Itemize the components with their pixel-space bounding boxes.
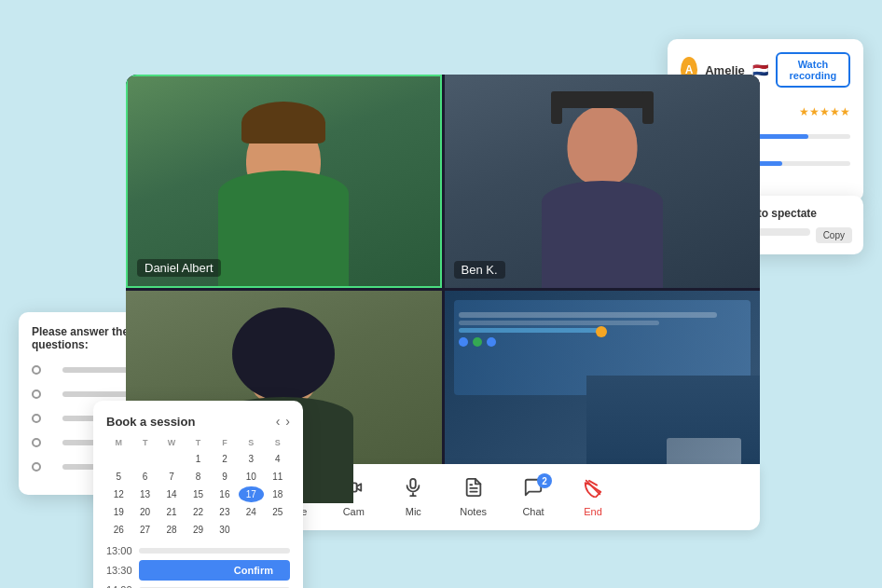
chat-button-wrapper: Chat 2	[505, 470, 561, 525]
shirt-ben	[542, 181, 663, 287]
screen-bar-2	[459, 321, 660, 325]
video-label-ben: Ben K.	[454, 261, 505, 279]
cal-day-5[interactable]: 5	[106, 469, 131, 485]
radio-5[interactable]	[32, 462, 41, 472]
cal-day-18[interactable]: 18	[266, 486, 290, 502]
confirm-button[interactable]: Confirm	[223, 560, 284, 581]
cal-empty-1	[106, 451, 131, 467]
time-label-1300: 13:00	[106, 545, 139, 556]
screen-dot-blue2	[487, 337, 496, 347]
radio-3[interactable]	[32, 414, 41, 423]
screen-dot-orange	[596, 326, 607, 337]
time-label-1400: 14:00	[106, 584, 139, 588]
cal-day-25[interactable]: 25	[266, 504, 290, 520]
cal-day-19[interactable]: 19	[106, 504, 131, 520]
headphones-right-ben	[642, 91, 654, 124]
cal-day-8[interactable]: 8	[186, 469, 210, 485]
end-label: End	[584, 506, 602, 517]
calendar-header: M T W T F S S	[106, 438, 290, 447]
cal-day-20[interactable]: 20	[132, 504, 157, 520]
radio-1[interactable]	[32, 365, 41, 375]
cal-day-30[interactable]: 30	[213, 522, 237, 538]
cal-day-28[interactable]: 28	[159, 522, 184, 538]
chat-badge: 2	[537, 473, 552, 488]
radio-2[interactable]	[32, 390, 41, 399]
cal-day-16[interactable]: 16	[213, 486, 237, 502]
video-feed-daniel	[128, 76, 440, 286]
cal-header-wed: W	[159, 438, 184, 447]
time-label-1330: 13:30	[106, 565, 139, 576]
cal-day-24[interactable]: 24	[239, 504, 263, 520]
cal-day-22[interactable]: 22	[186, 504, 210, 520]
cam-label: Cam	[343, 506, 365, 517]
chat-label: Chat	[522, 506, 544, 517]
video-label-daniel: Daniel Albert	[137, 259, 221, 277]
cal-header-mon: M	[106, 438, 131, 447]
cal-day-3[interactable]: 3	[239, 451, 263, 467]
screen-dot-blue	[459, 337, 468, 347]
hair-daniel	[241, 102, 325, 144]
cal-day-11[interactable]: 11	[266, 469, 290, 485]
screen-highlight-bar	[459, 328, 602, 333]
screen-bar-1	[459, 312, 718, 318]
mic-button[interactable]: Mic	[385, 470, 441, 525]
video-cell-daniel: Daniel Albert	[126, 75, 442, 288]
mic-icon	[403, 477, 423, 503]
cal-day-4[interactable]: 4	[266, 451, 290, 467]
cal-day-15[interactable]: 15	[186, 486, 210, 502]
cal-header-thu: T	[186, 438, 210, 447]
time-slots-container: 13:00 13:30 Confirm 14:00	[106, 545, 290, 588]
cal-header-sat: S	[239, 438, 263, 447]
notes-button[interactable]: Notes	[445, 470, 502, 525]
slot-bar-1300	[139, 548, 290, 554]
end-icon	[583, 477, 603, 503]
cal-day-26[interactable]: 26	[106, 522, 131, 538]
cal-day-7[interactable]: 7	[159, 469, 184, 485]
cal-day-6[interactable]: 6	[132, 469, 157, 485]
chat-button[interactable]: Chat	[505, 470, 561, 525]
cal-header-sun: S	[266, 438, 290, 447]
time-slot-1330: 13:30 Confirm	[106, 560, 290, 581]
cal-day-1[interactable]: 1	[186, 451, 210, 467]
cal-day-17-selected[interactable]: 17	[239, 486, 263, 502]
cal-day-2[interactable]: 2	[213, 451, 237, 467]
cal-day-10[interactable]: 10	[239, 469, 263, 485]
cal-day-21[interactable]: 21	[159, 504, 184, 520]
hijab-paula	[232, 308, 335, 401]
svg-rect-2	[411, 479, 417, 488]
time-slot-1400: 14:00	[106, 584, 290, 588]
watch-recording-button[interactable]: Watch recording	[776, 52, 850, 88]
cal-empty-2	[132, 451, 157, 467]
calendar-prev-button[interactable]: ‹	[276, 414, 281, 429]
video-cell-ben: Ben K.	[445, 75, 761, 288]
radio-4[interactable]	[32, 438, 41, 447]
cal-day-12[interactable]: 12	[106, 486, 131, 502]
calendar-next-button[interactable]: ›	[285, 414, 290, 429]
notes-icon	[463, 477, 484, 503]
cal-day-14[interactable]: 14	[159, 486, 184, 502]
cal-empty-3	[159, 451, 184, 467]
calendar-title-text: Book a session	[106, 415, 195, 429]
cal-day-9[interactable]: 9	[213, 469, 237, 485]
cal-header-fri: F	[213, 438, 237, 447]
face-ben	[567, 106, 637, 185]
cal-day-27[interactable]: 27	[132, 522, 157, 538]
screen-dot-row	[459, 337, 747, 347]
headphones-ben	[551, 91, 654, 108]
cal-day-29[interactable]: 29	[186, 522, 210, 538]
cal-day-23[interactable]: 23	[213, 504, 237, 520]
headphones-left-ben	[551, 91, 562, 124]
rating-stars: ★★★★★	[799, 105, 850, 118]
calendar-panel: Book a session ‹ › M T W T F S S 1 2 3 4…	[93, 401, 303, 588]
copy-button[interactable]: Copy	[816, 227, 852, 243]
shirt-daniel	[218, 171, 349, 285]
screen-overlay-bars	[459, 309, 747, 347]
calendar-nav: ‹ ›	[276, 414, 290, 429]
selected-slot-bar[interactable]: Confirm	[139, 560, 290, 581]
screen-dot-green	[473, 337, 482, 347]
end-button[interactable]: End	[565, 470, 621, 525]
time-slot-1300: 13:00	[106, 545, 290, 556]
calendar-title: Book a session ‹ ›	[106, 414, 290, 429]
cal-header-tue: T	[132, 438, 157, 447]
cal-day-13[interactable]: 13	[132, 486, 157, 502]
